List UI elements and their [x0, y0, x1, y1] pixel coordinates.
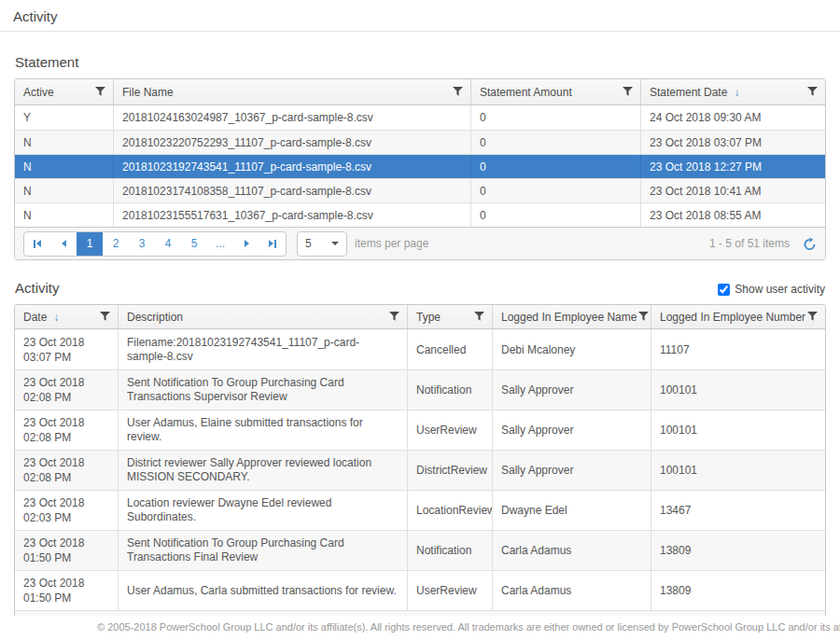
column-label: File Name [122, 86, 174, 99]
filter-icon[interactable] [387, 310, 401, 324]
cell-date-time: 02:08 PM [23, 390, 71, 405]
column-label: Type [416, 311, 441, 324]
cell-date: 23 Oct 2018 01:50 PM [15, 571, 118, 610]
statement-table-row[interactable]: Y 20181024163024987_10367_p-card-sample-… [15, 105, 825, 130]
cell-employee-number: 13809 [651, 571, 825, 610]
cell-type: LocationReview [407, 491, 492, 530]
cell-employee-number: 13809 [651, 531, 825, 570]
activity-header-row: Activity Show user activity [15, 280, 825, 296]
column-header-statement-date[interactable]: Statement Date ↓ [640, 79, 825, 104]
statement-table-row[interactable]: N 20181023192743541_11107_p-card-sample-… [15, 154, 825, 178]
show-user-activity-toggle[interactable]: Show user activity [718, 283, 825, 296]
column-header-employee-name[interactable]: Logged In Employee Name [492, 305, 651, 328]
cell-date-time: 02:08 PM [23, 470, 71, 485]
cell-date-time: 02:08 PM [23, 430, 71, 445]
top-bar: Activity [0, 0, 840, 32]
cell-employee-name: Sally Approver [492, 410, 651, 450]
column-header-statement-amount[interactable]: Statement Amount [470, 79, 640, 104]
filter-icon[interactable] [93, 85, 107, 99]
cell-employee-name: Dwayne Edel [492, 491, 651, 530]
activity-table-row: 23 Oct 2018 02:08 PM Sent Notification T… [15, 369, 825, 410]
cell-date: 23 Oct 2018 02:08 PM [15, 370, 118, 410]
pager-first-button[interactable] [24, 232, 50, 256]
cell-statement-amount: 0 [470, 179, 640, 202]
activity-table-row: 23 Oct 2018 01:50 PM Sent Notification T… [15, 530, 825, 570]
cell-date-time: 01:50 PM [23, 550, 71, 565]
pager-page-button[interactable]: 4 [155, 232, 181, 256]
cell-employee-name: Debi Mcaloney [492, 329, 651, 369]
pager-range-label: 1 - 5 of 51 items [709, 237, 790, 250]
pager-page-button[interactable]: 5 [181, 232, 207, 256]
cell-employee-number: 13467 [651, 491, 825, 530]
cell-statement-amount: 0 [470, 203, 640, 227]
column-header-file-name[interactable]: File Name [113, 79, 470, 104]
cell-description: User Adamus, Carla submitted transaction… [127, 584, 397, 598]
page-size-value: 5 [305, 237, 312, 250]
pager-page-button[interactable]: 3 [129, 232, 155, 256]
filter-icon[interactable] [637, 310, 651, 324]
chevron-down-icon [331, 242, 339, 245]
cell-date: 23 Oct 2018 03:07 PM [15, 329, 118, 369]
statement-table-row[interactable]: N 20181023220752293_11107_p-card-sample-… [15, 130, 825, 154]
page-size-select[interactable]: 5 [297, 231, 347, 257]
page-title: Activity [13, 8, 58, 24]
filter-icon[interactable] [621, 85, 635, 99]
column-header-active[interactable]: Active [15, 79, 113, 104]
cell-date-day: 23 Oct 2018 [23, 536, 84, 550]
filter-icon[interactable] [805, 85, 819, 99]
filter-icon[interactable] [98, 310, 112, 324]
column-label: Active [23, 86, 54, 99]
pager-page-button[interactable]: ... [207, 232, 233, 256]
pager-page-button[interactable]: 2 [103, 232, 129, 256]
cell-description: Sent Notification To Group Purchasing Ca… [127, 376, 399, 404]
cell-date-time: 01:50 PM [23, 591, 71, 605]
column-header-description[interactable]: Description [118, 305, 407, 328]
show-user-activity-label: Show user activity [735, 283, 825, 296]
cell-description: User Adamus, Elaine submitted transactio… [127, 416, 399, 444]
statement-table-row[interactable]: N 20181023155517631_10367_p-card-sample-… [15, 202, 825, 227]
cell-statement-date: 24 Oct 2018 09:30 AM [640, 105, 825, 130]
cell-employee-number: 100101 [651, 370, 825, 410]
cell-description: District reviewer Sally Approver reviewe… [127, 456, 399, 484]
cell-date-day: 23 Oct 2018 [23, 375, 84, 390]
activity-table-header: Date ↓ Description Type Logged In Emplo [15, 305, 825, 329]
cell-file-name: 20181023155517631_10367_p-card-sample-8.… [113, 203, 470, 227]
cell-active: Y [15, 105, 113, 130]
column-label: Logged In Employee Number [660, 311, 805, 324]
cell-date-day: 23 Oct 2018 [23, 415, 84, 430]
pager-buttons-group: 12345... [23, 231, 287, 257]
cell-employee-number: 11107 [651, 329, 825, 369]
cell-date-day: 23 Oct 2018 [23, 455, 84, 470]
activity-table-body: 23 Oct 2018 03:07 PM Filename:2018102319… [15, 329, 825, 610]
show-user-activity-checkbox[interactable] [718, 284, 730, 296]
pager-next-button[interactable] [233, 232, 259, 256]
refresh-icon[interactable] [803, 237, 817, 251]
cell-employee-number: 100101 [651, 410, 825, 450]
cell-type: UserReview [407, 571, 492, 610]
pager-last-button[interactable] [259, 232, 286, 256]
filter-icon[interactable] [805, 310, 819, 324]
column-header-type[interactable]: Type [407, 305, 492, 328]
statement-grid: Active File Name Statement Amount Statem… [14, 78, 826, 260]
statement-table-row[interactable]: N 20181023174108358_11107_p-card-sample-… [15, 178, 825, 202]
cell-file-name: 20181024163024987_10367_p-card-sample-8.… [113, 105, 470, 130]
cell-date: 23 Oct 2018 02:03 PM [15, 491, 118, 530]
filter-icon[interactable] [451, 85, 465, 99]
main-content: Statement Active File Name Statement Amo… [0, 54, 840, 618]
cell-statement-amount: 0 [470, 155, 640, 178]
pager-prev-button[interactable] [50, 232, 77, 256]
cell-file-name: 20181023220752293_11107_p-card-sample-8.… [113, 131, 470, 154]
cell-type: Cancelled [407, 329, 492, 369]
cell-employee-name: Sally Approver [492, 451, 651, 490]
cell-description: Filename:20181023192743541_11107_p-card-… [127, 336, 399, 364]
activity-grid: Date ↓ Description Type Logged In Emplo [14, 304, 826, 618]
cell-date: 23 Oct 2018 02:08 PM [15, 410, 118, 450]
activity-table-row: 23 Oct 2018 01:50 PM User Adamus, Carla … [15, 570, 825, 610]
column-header-employee-number[interactable]: Logged In Employee Number [651, 305, 825, 328]
statement-table-body: Y 20181024163024987_10367_p-card-sample-… [15, 105, 825, 227]
cell-employee-number: 100101 [651, 451, 825, 490]
pager-page-button[interactable]: 1 [77, 232, 103, 256]
column-header-date[interactable]: Date ↓ [15, 305, 118, 328]
filter-icon[interactable] [472, 310, 486, 324]
cell-date-time: 03:07 PM [23, 350, 71, 365]
